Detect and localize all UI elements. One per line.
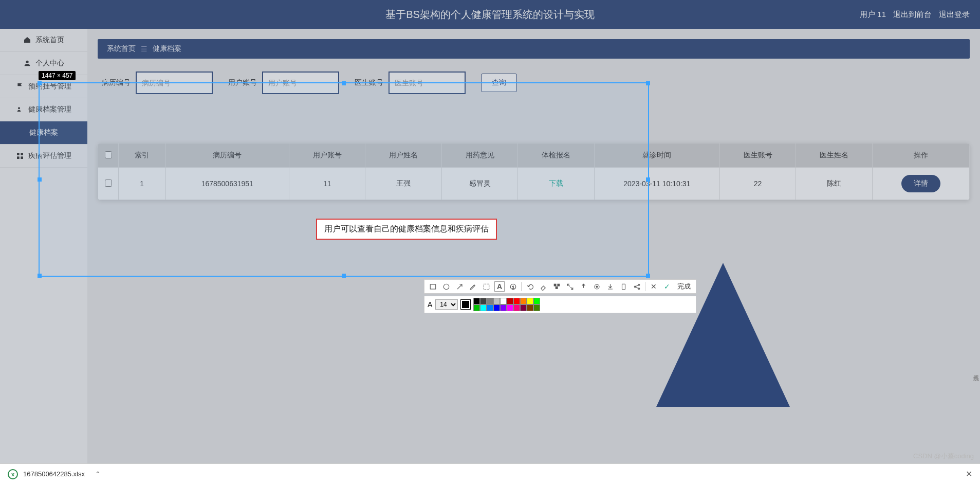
sidebar: 系统首页 个人中心 预约挂号管理 健康档案管理 健康档案 疾病评估管理 — [0, 29, 87, 463]
rect-tool-icon[interactable] — [428, 281, 438, 292]
expand-tool-icon[interactable] — [565, 281, 575, 292]
app-title: 基于BS架构的个人健康管理系统的设计与实现 — [385, 8, 595, 22]
selection-size-badge: 1447 × 457 — [39, 71, 76, 80]
svg-point-1 — [18, 107, 20, 109]
counter-tool-icon[interactable]: 1 — [508, 281, 518, 292]
device-icon[interactable] — [618, 281, 628, 292]
sidebar-item-label: 预约挂号管理 — [28, 82, 71, 91]
record-no-input[interactable] — [136, 71, 213, 94]
detail-button[interactable]: 详情 — [901, 175, 940, 192]
user-label[interactable]: 用户 11 — [860, 10, 886, 20]
doctor-acct-input[interactable] — [389, 71, 466, 94]
color-swatch[interactable] — [480, 304, 487, 311]
ocr-tool-icon[interactable] — [591, 281, 602, 292]
download-bar: x 1678500642285.xlsx ⌃ ✕ — [0, 463, 980, 484]
svg-point-7 — [443, 284, 449, 290]
annotation-toolbar: A 1 ✕ ✓ 完成 A 14 — [424, 279, 696, 313]
logout-front-link[interactable]: 退出到前台 — [893, 10, 932, 20]
sidebar-item-disease-eval[interactable]: 疾病评估管理 — [0, 145, 87, 168]
download-link[interactable]: 下载 — [549, 179, 563, 187]
svg-rect-5 — [21, 156, 23, 159]
color-swatch[interactable] — [507, 304, 513, 311]
download-filename[interactable]: 1678500642285.xlsx — [23, 470, 85, 478]
check-icon[interactable]: ✓ — [662, 281, 672, 292]
share-icon[interactable] — [632, 281, 642, 292]
table-header-row: 索引 病历编号 用户账号 用户姓名 用药意见 体检报名 就诊时间 医生账号 医生… — [98, 144, 970, 168]
arrow-tool-icon[interactable] — [454, 281, 465, 292]
mosaic-tool-icon[interactable] — [551, 281, 562, 292]
select-all-checkbox[interactable] — [105, 151, 112, 158]
marker-tool-icon[interactable] — [481, 281, 491, 292]
download-icon[interactable] — [605, 281, 615, 292]
color-swatch[interactable] — [513, 304, 520, 311]
color-swatch[interactable] — [500, 304, 507, 311]
row-checkbox[interactable] — [105, 180, 112, 187]
font-letter-icon: A — [428, 300, 432, 309]
sidebar-item-label: 疾病评估管理 — [28, 151, 71, 160]
data-table: 索引 病历编号 用户账号 用户姓名 用药意见 体检报名 就诊时间 医生账号 医生… — [98, 143, 970, 200]
th-report: 体检报名 — [518, 144, 594, 168]
svg-rect-16 — [622, 284, 625, 290]
svg-rect-12 — [558, 284, 560, 286]
breadcrumb: 系统首页 ☰ 健康档案 — [98, 39, 970, 59]
record-no-label: 病历编号 — [102, 78, 131, 87]
color-swatch[interactable] — [513, 298, 520, 304]
color-swatch[interactable] — [520, 298, 527, 304]
th-record-no: 病历编号 — [165, 144, 289, 168]
logout-link[interactable]: 退出登录 — [939, 10, 970, 20]
profile-icon — [16, 105, 24, 114]
color-swatch[interactable] — [533, 298, 540, 304]
sidebar-item-health-record[interactable]: 健康档案管理 — [0, 98, 87, 121]
watermark: CSDN @小蔡coding — [913, 452, 974, 461]
flag-icon — [16, 82, 24, 91]
color-swatch[interactable] — [487, 298, 493, 304]
cell-index: 1 — [119, 168, 166, 200]
svg-point-0 — [26, 61, 28, 63]
color-swatch[interactable] — [473, 304, 480, 311]
svg-rect-3 — [21, 153, 23, 155]
main-content: 系统首页 ☰ 健康档案 病历编号 用户账号 医生账号 查询 — [87, 29, 980, 463]
close-icon[interactable]: ✕ — [966, 469, 972, 479]
pencil-tool-icon[interactable] — [468, 281, 478, 292]
svg-rect-11 — [554, 284, 556, 286]
color-swatch[interactable] — [480, 298, 487, 304]
user-acct-input[interactable] — [262, 71, 339, 94]
done-button[interactable]: 完成 — [675, 282, 693, 291]
sidebar-item-label: 健康档案 — [29, 128, 58, 137]
breadcrumb-root[interactable]: 系统首页 — [107, 44, 136, 53]
color-swatch[interactable] — [493, 304, 500, 311]
close-icon[interactable]: ✕ — [649, 281, 659, 292]
color-swatch[interactable] — [527, 298, 533, 304]
color-swatch[interactable] — [507, 298, 513, 304]
sidebar-item-label: 健康档案管理 — [28, 105, 71, 114]
sidebar-item-home[interactable]: 系统首页 — [0, 29, 87, 52]
sidebar-item-health-file[interactable]: 健康档案 — [0, 121, 87, 145]
color-swatch[interactable] — [487, 304, 493, 311]
table-row: 1 1678500631951 11 王强 感冒灵 下载 2023-03-11 … — [98, 168, 970, 200]
color-palette — [473, 298, 540, 311]
query-button[interactable]: 查询 — [481, 74, 517, 92]
color-swatch[interactable] — [533, 304, 540, 311]
color-swatch[interactable] — [527, 304, 533, 311]
chevron-up-icon[interactable]: ⌃ — [95, 470, 101, 478]
person-icon — [23, 59, 31, 67]
eraser-tool-icon[interactable] — [538, 281, 548, 292]
text-tool-icon[interactable]: A — [494, 281, 505, 292]
color-swatch[interactable] — [493, 298, 500, 304]
color-swatch[interactable] — [500, 298, 507, 304]
cell-record-no: 1678500631951 — [165, 168, 289, 200]
pin-tool-icon[interactable] — [578, 281, 588, 292]
color-swatch[interactable] — [473, 298, 480, 304]
font-size-select[interactable]: 14 — [435, 299, 458, 310]
top-bar: 基于BS架构的个人健康管理系统的设计与实现 用户 11 退出到前台 退出登录 — [0, 0, 980, 29]
circle-tool-icon[interactable] — [441, 281, 451, 292]
cell-user-name: 王强 — [365, 168, 441, 200]
breadcrumb-sep-icon: ☰ — [141, 45, 147, 53]
user-acct-label: 用户账号 — [228, 78, 257, 87]
th-user-acct: 用户账号 — [289, 144, 365, 168]
svg-rect-6 — [430, 284, 436, 289]
cell-doc-name: 陈红 — [796, 168, 872, 200]
svg-rect-13 — [556, 286, 558, 289]
color-swatch[interactable] — [520, 304, 527, 311]
undo-icon[interactable] — [525, 281, 535, 292]
